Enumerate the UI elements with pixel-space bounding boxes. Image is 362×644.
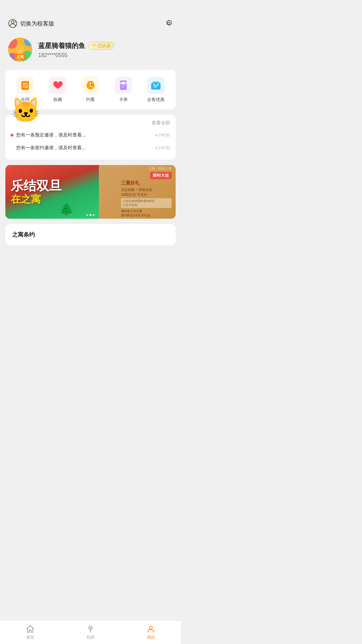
favorite-label: 收藏	[53, 97, 62, 103]
tree-icon: 🌲	[59, 202, 74, 216]
promo-d6: 签约即送200元大礼包	[121, 213, 172, 218]
unread-dot-1	[11, 134, 13, 137]
profile-name-row: 蓝星骑着猫的鱼 🛡 已认证	[38, 41, 173, 50]
coupon-item[interactable]: 卡券	[115, 76, 132, 103]
svg-point-14	[87, 81, 88, 82]
switch-icon	[8, 19, 17, 28]
enterprise-icon	[150, 80, 161, 90]
view-all-link[interactable]: 查看全部	[152, 120, 170, 126]
banner-right-info: 之寓｜高级公寓 限时大促 三重好礼 北京特惠 一居室全优 1400元/月 可月付…	[117, 165, 176, 219]
avatar-label: 之寓	[14, 54, 26, 60]
notification-list: 您有一条预定邀请，请及时查看... 4小时前 您有一条签约邀请，请及时查看...…	[5, 126, 176, 160]
unread-dot-2	[11, 147, 13, 149]
promo-d1: 北京特惠 一居室全优	[121, 187, 172, 192]
banner-promo-sub: 三重好礼	[121, 180, 172, 186]
switch-label: 切换为租客版	[20, 20, 54, 28]
dots-indicator	[86, 214, 95, 216]
svg-point-18	[119, 82, 121, 84]
terms-title: 之寓条约	[12, 231, 35, 238]
coupon-icon-bg	[115, 76, 132, 94]
banner-brand: 之寓｜高级公寓	[121, 166, 172, 171]
profile-name: 蓝星骑着猫的鱼	[38, 41, 85, 50]
notification-time-2: 4小时前	[155, 145, 170, 151]
terms-section: 之寓条约	[5, 224, 176, 245]
favorite-icon	[53, 80, 63, 90]
promo-d5: 邀好友入住之寓	[121, 209, 172, 213]
dot-2-active	[89, 214, 92, 216]
enterprise-label: 企客优惠	[147, 97, 165, 103]
top-bar: 切换为租客版	[0, 15, 181, 32]
favorite-icon-bg	[49, 76, 66, 94]
notification-left-2: 您有一条签约邀请，请及时查看...	[11, 145, 86, 151]
notification-item-2[interactable]: 您有一条签约邀请，请及时查看... 4小时前	[11, 142, 170, 154]
profile-phone: 182****0555	[38, 52, 173, 58]
enterprise-icon-bg	[147, 76, 165, 94]
notification-text-2: 您有一条签约邀请，请及时查看...	[16, 145, 86, 151]
status-bar	[0, 0, 181, 15]
svg-rect-22	[151, 83, 161, 90]
schedule-icon-bg	[82, 76, 99, 94]
dot-3	[93, 214, 95, 216]
verified-text: 已认证	[98, 43, 111, 49]
svg-point-27	[157, 84, 159, 85]
banner-content: 乐结双旦 在之寓 🌲 之寓｜高级公寓 限时大促 三重好礼 北京特惠 一居室全优 …	[5, 165, 176, 219]
notification-item-1[interactable]: 您有一条预定邀请，请及时查看... 4小时前	[11, 129, 170, 142]
coupon-label: 卡券	[119, 97, 128, 103]
mascot: 🐱	[11, 98, 41, 128]
contract-icon	[20, 80, 30, 90]
banner-detail3: 邀好友入住之寓 签约即送200元大礼包	[121, 209, 172, 217]
schedule-label: 约看	[86, 97, 95, 103]
promo-title-text: 限时大促	[153, 173, 169, 178]
coupon-icon	[119, 80, 128, 91]
dot-1	[86, 214, 88, 216]
verified-badge: 🛡 已认证	[88, 42, 114, 50]
promo-d2: 1400元/月 可月付	[121, 192, 172, 197]
notification-left-1: 您有一条预定邀请，请及时查看...	[11, 132, 86, 138]
svg-rect-25	[153, 82, 159, 83]
shield-icon: 🛡	[92, 43, 96, 48]
svg-point-1	[11, 21, 14, 23]
profile-info: 蓝星骑着猫的鱼 🛡 已认证 182****0555	[38, 41, 173, 58]
notification-card: 🐱 查看全部 您有一条预定邀请，请及时查看... 4小时前 您有一条签约邀请，请…	[5, 115, 176, 160]
promo-d3: 入住礼包优惠价值200元	[122, 199, 170, 203]
svg-point-15	[92, 81, 93, 82]
banner-detail1: 北京特惠 一居室全优 1400元/月 可月付	[121, 187, 172, 197]
promo-d4: 入住大礼包	[122, 203, 170, 207]
notification-time-1: 4小时前	[155, 132, 170, 138]
svg-point-8	[16, 46, 24, 54]
notification-text-1: 您有一条预定邀请，请及时查看...	[16, 132, 86, 138]
banner-promo-badge: 限时大促	[150, 172, 172, 179]
svg-rect-17	[121, 82, 125, 85]
avatar[interactable]: 之寓	[8, 38, 32, 62]
enterprise-item[interactable]: 企客优惠	[147, 76, 165, 103]
favorite-item[interactable]: 收藏	[49, 76, 66, 103]
profile-section: 之寓 蓝星骑着猫的鱼 🛡 已认证 182****0555	[0, 32, 181, 70]
banner-detail2: 入住礼包优惠价值200元 入住大礼包	[121, 198, 172, 208]
banner-card[interactable]: 乐结双旦 在之寓 🌲 之寓｜高级公寓 限时大促 三重好礼 北京特惠 一居室全优 …	[5, 165, 176, 219]
switch-tenant-button[interactable]: 切换为租客版	[8, 19, 54, 28]
svg-point-19	[126, 82, 128, 84]
contract-icon-bg	[16, 76, 34, 94]
schedule-icon	[85, 80, 96, 90]
banner-main-line1: 乐结双旦	[11, 179, 112, 194]
svg-point-26	[153, 84, 155, 85]
schedule-item[interactable]: 约看	[82, 76, 99, 103]
settings-icon[interactable]	[164, 19, 173, 28]
